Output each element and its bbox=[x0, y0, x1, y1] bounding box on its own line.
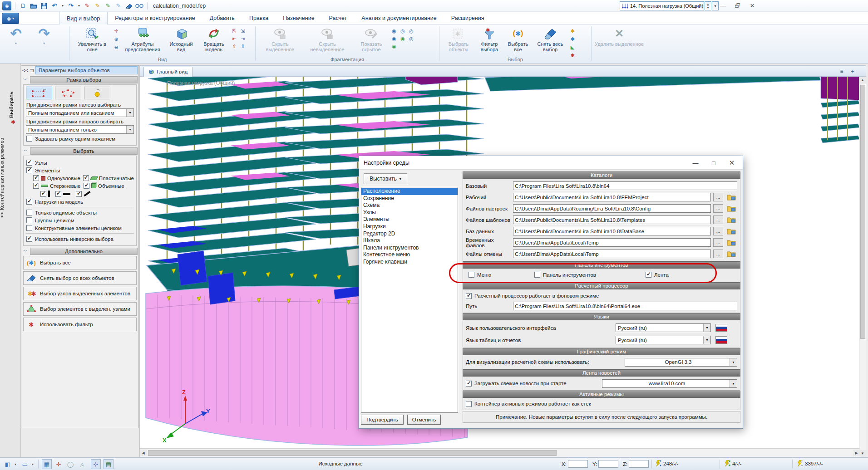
dropdown-arrow-icon[interactable]: ▾ bbox=[730, 380, 737, 387]
set-dropdown-button[interactable]: Выставить▾ bbox=[364, 173, 407, 184]
horizontal-scrollbar[interactable]: ◀ ▶ bbox=[140, 448, 860, 457]
open-file-icon[interactable] bbox=[30, 2, 38, 10]
dialog-title-bar[interactable]: Настройки среды bbox=[359, 156, 743, 170]
initial-view-button[interactable]: Исходный вид bbox=[165, 25, 197, 55]
modes-stack-checkbox[interactable] bbox=[466, 401, 472, 407]
path-temp-input[interactable]: C:\Users\Dima\AppData\Local\Temp bbox=[513, 238, 711, 247]
redo-dropdown-icon[interactable]: ▾ bbox=[77, 2, 81, 10]
one-click-frame-checkbox[interactable] bbox=[26, 136, 32, 142]
select-all-action-button[interactable]: (✱) Выбрать все bbox=[23, 256, 137, 269]
view-axis-icon[interactable]: ⇤ bbox=[230, 35, 238, 42]
dropdown-arrow-icon[interactable]: ▾ bbox=[703, 336, 710, 344]
select-nodes-of-selected-button[interactable]: ✱✱ Выбор узлов выделенных элементов bbox=[23, 287, 137, 300]
news-source-select[interactable]: www.lira10.com▾ bbox=[602, 379, 737, 388]
view-axis-icon[interactable]: ⇱ bbox=[230, 27, 238, 34]
collapse-chevron-icon[interactable]: ﹀ bbox=[22, 248, 29, 255]
select-elements-with-nodes-button[interactable]: Выбор элементов с выделен. узлами bbox=[23, 302, 137, 316]
nav-item-hotkeys[interactable]: Горячие клавиши bbox=[361, 259, 458, 266]
scroll-up-icon[interactable]: ▲ bbox=[859, 77, 866, 83]
vertical-scroll-thumb[interactable] bbox=[860, 85, 865, 339]
load-case-spinner[interactable]: ▲▼ bbox=[705, 1, 711, 10]
open-folder-icon[interactable] bbox=[725, 192, 737, 202]
delete-selected-button[interactable]: ✕ Удалить выделенное bbox=[594, 25, 644, 55]
chevron-down-icon[interactable]: ▾ bbox=[15, 41, 17, 45]
section-header-select[interactable]: Выбрать bbox=[30, 147, 138, 155]
select-all-button[interactable]: (✱) Выбрать все bbox=[504, 25, 532, 55]
confirm-button[interactable]: Подтвердить bbox=[361, 415, 404, 425]
frame-mode-polygon-button[interactable] bbox=[55, 87, 81, 99]
glasses-icon[interactable] bbox=[135, 2, 143, 10]
nav-item-saving[interactable]: Сохранение bbox=[361, 195, 458, 202]
bar-checkbox[interactable] bbox=[33, 183, 39, 189]
view-axis-icon[interactable]: ⇲ bbox=[239, 27, 247, 34]
select-objects-button[interactable]: ✱ Выбрать объекты bbox=[442, 25, 475, 55]
clear-selection-button[interactable]: Снять весь выбор bbox=[532, 25, 568, 55]
save-file-icon[interactable] bbox=[40, 2, 48, 10]
nav-item-toolbars[interactable]: Панели инструментов bbox=[361, 245, 458, 252]
nav-item-elements[interactable]: Элементы bbox=[361, 216, 458, 223]
worksheet-icon[interactable]: ▤ bbox=[104, 459, 113, 469]
coord-z-field[interactable] bbox=[629, 460, 649, 468]
scroll-left-icon[interactable]: ◀ bbox=[140, 450, 147, 456]
open-folder-icon[interactable] bbox=[725, 215, 737, 225]
select-lasso-icon[interactable]: ✱ bbox=[11, 119, 15, 125]
load-news-checkbox[interactable] bbox=[466, 381, 472, 387]
dialog-maximize-button[interactable]: □ bbox=[705, 157, 723, 169]
nav-item-loads[interactable]: Нагрузки bbox=[361, 223, 458, 230]
tab-dobavit[interactable]: Добавить bbox=[202, 12, 242, 24]
dropdown-arrow-icon[interactable]: ▾ bbox=[730, 358, 737, 366]
display-settings-icon[interactable]: ▭ bbox=[20, 459, 30, 469]
dropdown-arrow-icon[interactable]: ▾ bbox=[703, 324, 710, 332]
eye-tool-icon[interactable]: ◉ bbox=[399, 35, 407, 42]
coord-x-field[interactable] bbox=[568, 460, 588, 468]
elements-checkbox[interactable] bbox=[26, 167, 32, 173]
toolbar-checkbox[interactable] bbox=[534, 272, 540, 278]
dialog-close-button[interactable]: ✕ bbox=[723, 157, 741, 169]
horizontal-scroll-thumb[interactable] bbox=[148, 450, 557, 456]
orbit-icon[interactable]: ◯ bbox=[65, 459, 75, 469]
view-axis-icon[interactable]: ⇧ bbox=[230, 43, 238, 50]
zoom-out-icon[interactable]: ⊖ bbox=[112, 44, 120, 51]
panel-pin-icon[interactable]: ⊐ bbox=[30, 67, 34, 73]
use-filter-button[interactable]: ✱ Использовать фильтр bbox=[23, 318, 137, 331]
scroll-down-icon[interactable]: ▼ bbox=[859, 450, 866, 457]
line-thick-checkbox[interactable] bbox=[55, 191, 61, 197]
application-menu-button[interactable]: ◈▾ bbox=[2, 13, 19, 24]
browse-button[interactable]: ... bbox=[713, 215, 723, 224]
pan-icon[interactable]: ✛ bbox=[112, 27, 120, 34]
show-hidden-button[interactable]: Показать скрытое bbox=[353, 25, 390, 55]
browse-button[interactable]: ... bbox=[713, 238, 723, 247]
maximize-button[interactable]: 🗗 bbox=[731, 0, 745, 10]
frame-right-select[interactable]: Полным попаданием только▾ bbox=[26, 125, 134, 134]
tab-analiz[interactable]: Анализ и документирование bbox=[354, 12, 444, 24]
load-case-selector[interactable]: 14. Полезная нагрузка (Общий) bbox=[620, 1, 704, 10]
dropdown-arrow-icon[interactable]: ▾ bbox=[126, 126, 133, 133]
solid-checkbox[interactable] bbox=[84, 183, 89, 189]
nodes-checkbox[interactable] bbox=[26, 160, 32, 166]
frame-left-select[interactable]: Полным попаданием или касанием▾ bbox=[26, 108, 134, 117]
eye-tool-icon[interactable]: ◉ bbox=[390, 35, 398, 42]
eraser-icon[interactable] bbox=[125, 2, 133, 10]
open-folder-icon[interactable] bbox=[725, 249, 737, 259]
path-templates-input[interactable]: C:\Users\Public\Documents\Lira Soft\Lira… bbox=[513, 215, 711, 224]
model-settings-icon[interactable]: ◧ bbox=[3, 459, 13, 469]
tab-raschet[interactable]: Расчет bbox=[322, 12, 355, 24]
eye-tool-icon[interactable]: ◎ bbox=[407, 27, 415, 34]
close-button[interactable]: ✕ bbox=[745, 0, 759, 10]
undo-icon[interactable]: ↶ bbox=[50, 2, 59, 10]
select-plate-icon[interactable]: ◣ bbox=[568, 44, 577, 51]
marker-red-icon[interactable]: ✎ bbox=[83, 2, 91, 10]
view-axis-icon[interactable]: ⇥ bbox=[239, 35, 247, 42]
redo-button[interactable]: ↷▾ bbox=[30, 25, 58, 55]
path-database-input[interactable]: C:\Users\Public\Documents\Lira Soft\Lira… bbox=[513, 227, 711, 235]
viewport-views-menu-icon[interactable]: ≡ bbox=[838, 67, 846, 75]
visible-only-checkbox[interactable] bbox=[26, 210, 32, 215]
line-thin-checkbox[interactable] bbox=[40, 191, 46, 197]
whole-structural-checkbox[interactable] bbox=[26, 225, 32, 231]
rotate-model-button[interactable]: Вращать модель bbox=[197, 25, 230, 55]
dialog-minimize-button[interactable]: — bbox=[686, 157, 705, 169]
zoom-window-button[interactable]: Увеличить в окне bbox=[72, 25, 112, 55]
hide-selected-button[interactable]: Скрыть выделенное bbox=[258, 25, 302, 55]
menu-checkbox[interactable] bbox=[469, 272, 474, 278]
opengl-select[interactable]: OpenGl 3.3▾ bbox=[625, 358, 737, 367]
